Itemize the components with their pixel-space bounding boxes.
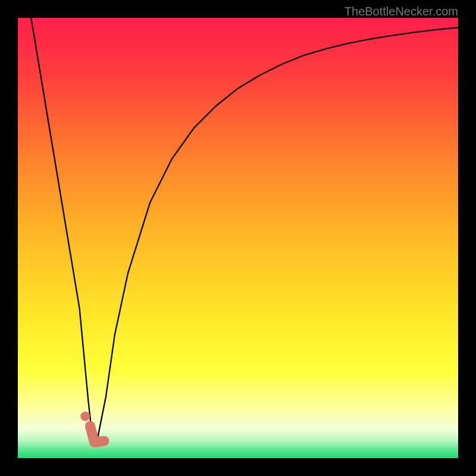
plot-area — [18, 18, 458, 458]
bottleneck-curve — [31, 18, 458, 440]
optimum-marker-dot — [80, 412, 90, 421]
optimum-marker-elbow — [90, 426, 104, 442]
watermark-text: TheBottleNecker.com — [345, 5, 458, 18]
curve-overlay — [18, 18, 458, 458]
